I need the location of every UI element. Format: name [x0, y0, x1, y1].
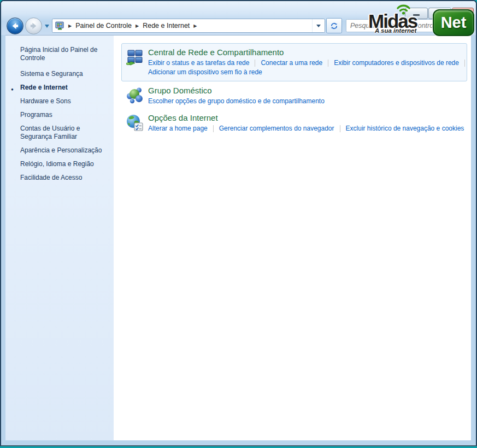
- logo-tagline: A sua internet: [375, 27, 416, 34]
- sidebar-item-rede-e-internet[interactable]: ● Rede e Internet: [5, 81, 114, 94]
- link-adicionar-dispositivo[interactable]: Adicionar um dispositivo sem fio à rede: [148, 68, 262, 76]
- breadcrumb-item-rede-e-internet[interactable]: Rede e Internet: [143, 22, 190, 30]
- link-separator: [255, 60, 255, 67]
- explorer-window: Midas Net A sua internet: [0, 0, 477, 446]
- forward-button[interactable]: [25, 17, 42, 34]
- task-link-row: Escolher opções de grupo doméstico e de …: [148, 97, 471, 105]
- sidebar-item-label: Rede e Internet: [20, 84, 68, 91]
- link-exibir-computadores[interactable]: Exibir computadores e dispositivos de re…: [334, 59, 459, 67]
- link-separator: [213, 125, 214, 132]
- breadcrumb-arrow-icon: ▶: [68, 23, 72, 28]
- sidebar-item-pagina-inicial[interactable]: Página Inicial do Painel de Controle: [5, 44, 114, 64]
- link-alterar-home-page[interactable]: Alterar a home page: [148, 125, 208, 133]
- section-body: Opções da Internet Alterar a home page G…: [148, 113, 471, 134]
- breadcrumb-arrow-icon: ▶: [193, 23, 197, 28]
- link-conectar-rede[interactable]: Conectar a uma rede: [261, 59, 322, 67]
- link-separator: [340, 125, 340, 132]
- link-excluir-historico[interactable]: Excluir histórico de navegação e cookies: [346, 125, 464, 133]
- sidebar-item-contas-de-usuario[interactable]: Contas de Usuário e Segurança Familiar: [5, 122, 114, 143]
- network-sharing-center-icon: [126, 48, 148, 76]
- section-grupo-domestico: Grupo Doméstico Escolher opções de grupo…: [121, 86, 471, 107]
- task-link-row: Alterar a home page Gerenciar complement…: [148, 125, 471, 133]
- link-separator: [328, 60, 328, 67]
- back-arrow-icon: [10, 21, 20, 31]
- link-escolher-opcoes-grupo[interactable]: Escolher opções de grupo doméstico e de …: [148, 97, 325, 105]
- task-link-row: Adicionar um dispositivo sem fio à rede: [148, 68, 470, 76]
- link-gerenciar-complementos[interactable]: Gerenciar complementos do navegador: [219, 125, 334, 133]
- section-title-opcoes-internet[interactable]: Opções da Internet: [148, 113, 471, 122]
- address-dropdown-button[interactable]: [312, 19, 325, 32]
- current-item-bullet-icon: ●: [11, 85, 14, 93]
- main-pane: Central de Rede e Compartilhamento Exibi…: [114, 36, 471, 440]
- section-body: Central de Rede e Compartilhamento Exibi…: [148, 48, 470, 76]
- sidebar-item-sistema-e-seguranca[interactable]: Sistema e Segurança: [5, 68, 114, 80]
- section-opcoes-da-internet: Opções da Internet Alterar a home page G…: [121, 113, 471, 134]
- section-central-de-rede: Central de Rede e Compartilhamento Exibi…: [121, 43, 467, 81]
- control-panel-icon: [55, 21, 64, 31]
- sidebar-item-facilidade-de-acesso[interactable]: Facilidade de Acesso: [5, 172, 114, 184]
- sidebar-item-relogio-idioma[interactable]: Relógio, Idioma e Região: [5, 158, 114, 170]
- breadcrumb-item-painel-de-controle[interactable]: Painel de Controle: [75, 22, 132, 30]
- sidebar-item-aparencia[interactable]: Aparência e Personalização: [5, 144, 114, 157]
- task-link-row: Exibir o status e as tarefas da rede Con…: [148, 59, 470, 67]
- homegroup-icon: [126, 86, 148, 107]
- refresh-button[interactable]: [326, 18, 342, 33]
- forward-arrow-icon: [29, 21, 38, 31]
- sidebar-item-hardware-e-sons[interactable]: Hardware e Sons: [5, 95, 114, 108]
- chevron-down-icon: [316, 25, 321, 30]
- section-body: Grupo Doméstico Escolher opções de grupo…: [148, 86, 471, 107]
- breadcrumb-arrow-icon: ▶: [136, 23, 139, 28]
- back-button[interactable]: [7, 17, 23, 34]
- logo-badge: Net: [433, 9, 474, 36]
- midasnet-logo: Midas Net A sua internet: [368, 3, 474, 35]
- link-exibir-status[interactable]: Exibir o status e as tarefas da rede: [148, 59, 249, 67]
- history-dropdown-icon[interactable]: [45, 25, 49, 30]
- link-separator: [464, 60, 465, 67]
- sidebar: Página Inicial do Painel de Controle Sis…: [5, 36, 114, 440]
- section-title-grupo-domestico[interactable]: Grupo Doméstico: [148, 86, 471, 95]
- refresh-icon: [330, 22, 338, 30]
- window-content: Página Inicial do Painel de Controle Sis…: [5, 35, 471, 440]
- section-title-central-de-rede[interactable]: Central de Rede e Compartilhamento: [148, 48, 470, 57]
- sidebar-item-programas[interactable]: Programas: [5, 109, 114, 121]
- address-bar[interactable]: ▶ Painel de Controle ▶ Rede e Internet ▶: [52, 19, 325, 33]
- internet-options-icon: [126, 113, 148, 134]
